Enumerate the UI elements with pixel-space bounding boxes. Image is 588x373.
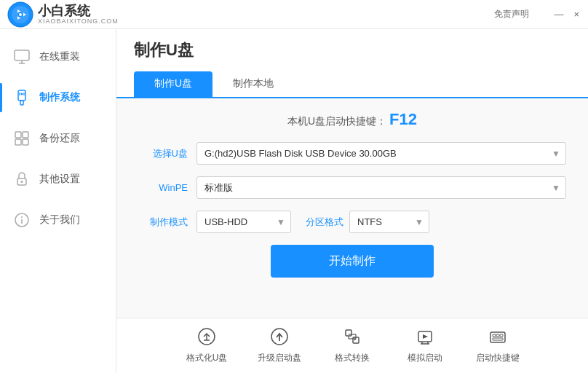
usb-select-control: G:(hd2)USB Flash Disk USB Device 30.00GB… [196, 142, 566, 165]
winpe-row: WinPE 标准版 ▼ [138, 176, 566, 199]
svg-rect-42 [493, 338, 503, 340]
sidebar-item-other-settings[interactable]: 其他设置 [0, 159, 116, 200]
page-header: 制作U盘 制作U盘 制作本地 [116, 29, 588, 98]
tabs: 制作U盘 制作本地 [134, 70, 571, 97]
start-make-button[interactable]: 开始制作 [271, 245, 434, 278]
usb-select-input[interactable]: G:(hd2)USB Flash Disk USB Device 30.00GB [196, 142, 566, 165]
tab-make-usb[interactable]: 制作U盘 [134, 71, 212, 98]
tab-make-local[interactable]: 制作本地 [212, 71, 294, 98]
usb-icon [12, 87, 32, 108]
content-area: 制作U盘 制作U盘 制作本地 本机U盘启动快捷键： F12 选择U盘 G:(hd… [116, 29, 588, 373]
svg-rect-40 [496, 334, 499, 337]
shortcut-hint: 本机U盘启动快捷键： F12 [138, 110, 566, 129]
winpe-label: WinPE [138, 182, 188, 193]
minimize-button[interactable]: — [554, 9, 563, 19]
lock-icon [12, 169, 32, 189]
logo-title: 小白系统 [38, 4, 119, 17]
svg-rect-13 [15, 132, 21, 138]
svg-rect-5 [15, 50, 29, 60]
sidebar-item-about-us[interactable]: 关于我们 [0, 200, 116, 240]
shortcut-key: F12 [389, 110, 417, 128]
sidebar-label-online-reinstall: 在线重装 [39, 50, 80, 63]
usb-select-row: 选择U盘 G:(hd2)USB Flash Disk USB Device 30… [138, 142, 566, 165]
svg-rect-27 [346, 330, 351, 336]
svg-rect-15 [15, 139, 21, 145]
sidebar-label-about-us: 关于我们 [39, 213, 80, 227]
sidebar: 在线重装 制作系统 [0, 29, 116, 373]
make-mode-label: 制作模式 [138, 216, 188, 229]
svg-point-21 [21, 216, 23, 218]
bottom-item-format-convert[interactable]: 格式转换 [316, 324, 389, 367]
disclaimer-link[interactable]: 免责声明 [494, 8, 529, 20]
svg-point-18 [21, 181, 23, 183]
winpe-control: 标准版 ▼ [196, 176, 566, 199]
bottom-label-format-convert: 格式转换 [335, 352, 370, 364]
boot-shortcut-icon [488, 327, 507, 349]
winpe-select-input[interactable]: 标准版 [196, 176, 566, 199]
mode-format-row: 制作模式 USB-HDD ▼ 分区格式 NTFS ▼ [138, 211, 566, 233]
svg-rect-9 [20, 101, 23, 105]
bottom-toolbar: 格式化U盘 升级启动盘 [116, 318, 588, 373]
simulate-boot-icon [416, 327, 434, 349]
bottom-item-format-usb[interactable]: 格式化U盘 [170, 324, 243, 367]
svg-point-4 [19, 13, 22, 16]
svg-point-10 [21, 93, 23, 95]
part-format-label: 分区格式 [306, 216, 343, 229]
grid-icon [12, 128, 32, 149]
svg-rect-38 [490, 332, 505, 342]
format-usb-icon [197, 327, 216, 349]
title-bar: 小白系统 XIAOBAIXITONG.COM 免责声明 — × [0, 0, 588, 29]
main-layout: 在线重装 制作系统 [0, 29, 588, 373]
svg-rect-14 [23, 132, 28, 138]
sidebar-label-make-system: 制作系统 [39, 91, 80, 104]
bottom-label-upgrade-boot: 升级启动盘 [258, 352, 301, 364]
format-convert-icon [343, 327, 362, 349]
make-mode-control: USB-HDD ▼ [196, 211, 291, 233]
part-format-control: NTFS ▼ [349, 211, 429, 233]
make-mode-select[interactable]: USB-HDD [196, 211, 291, 233]
shortcut-hint-text: 本机U盘启动快捷键： [287, 115, 386, 127]
sidebar-label-backup-restore: 备份还原 [39, 132, 80, 145]
sidebar-item-online-reinstall[interactable]: 在线重装 [0, 36, 116, 77]
sidebar-item-make-system[interactable]: 制作系统 [0, 77, 116, 118]
bottom-label-format-usb: 格式化U盘 [186, 352, 228, 364]
logo-area: 小白系统 XIAOBAIXITONG.COM [0, 0, 119, 29]
usb-select-label: 选择U盘 [138, 147, 188, 160]
logo-icon [7, 1, 33, 28]
logo-text: 小白系统 XIAOBAIXITONG.COM [38, 4, 119, 25]
info-icon [12, 210, 32, 230]
form-area: 本机U盘启动快捷键： F12 选择U盘 G:(hd2)USB Flash Dis… [116, 98, 588, 318]
monitor-icon [12, 47, 32, 67]
close-button[interactable]: × [573, 9, 579, 19]
svg-rect-16 [23, 139, 28, 145]
logo-subtitle: XIAOBAIXITONG.COM [38, 17, 119, 25]
page-title: 制作U盘 [134, 39, 571, 61]
svg-rect-41 [500, 334, 503, 337]
bottom-item-simulate-boot[interactable]: 模拟启动 [389, 324, 461, 367]
title-controls: 免责声明 — × [494, 8, 579, 20]
svg-rect-39 [493, 334, 496, 337]
sidebar-item-backup-restore[interactable]: 备份还原 [0, 118, 116, 159]
sidebar-label-other-settings: 其他设置 [39, 173, 80, 186]
part-format-select[interactable]: NTFS [349, 211, 429, 233]
bottom-label-simulate-boot: 模拟启动 [408, 352, 442, 364]
bottom-item-boot-shortcut[interactable]: 启动快捷键 [461, 324, 534, 367]
bottom-label-boot-shortcut: 启动快捷键 [476, 352, 520, 364]
svg-marker-37 [423, 334, 428, 339]
bottom-item-upgrade-boot[interactable]: 升级启动盘 [243, 324, 316, 367]
upgrade-boot-icon [270, 327, 289, 349]
start-btn-row: 开始制作 [138, 245, 566, 278]
